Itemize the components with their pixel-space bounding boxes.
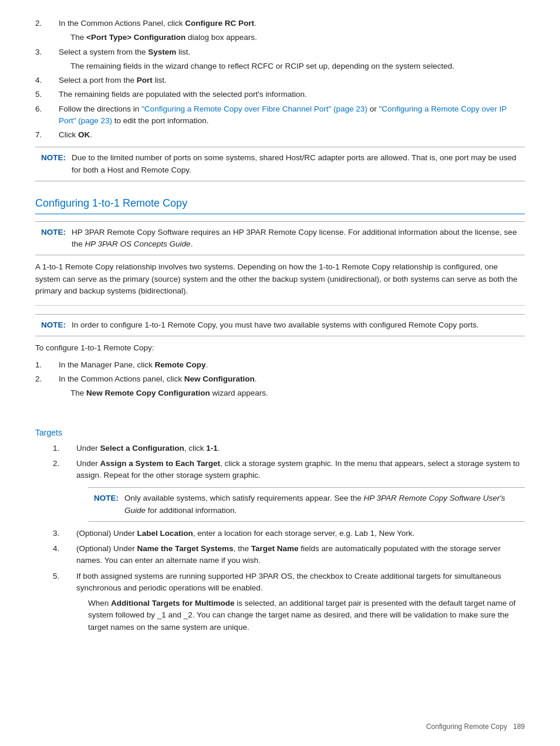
step-number: 2.	[35, 373, 53, 385]
step-text: Follow the directions in "Configuring a …	[59, 103, 525, 127]
step-text: When Additional Targets for Multimode is…	[88, 598, 525, 633]
target-step-2: 2. Under Assign a System to Each Target,…	[35, 458, 525, 482]
step-text: Under Assign a System to Each Target, cl…	[76, 458, 525, 482]
config-step-1: 1. In the Manager Pane, click Remote Cop…	[35, 359, 525, 371]
step-7: 7. Click OK.	[35, 129, 525, 141]
targets-subheading: Targets	[35, 427, 525, 439]
step-number: 2.	[35, 18, 53, 29]
step-text: If both assigned systems are running sup…	[76, 571, 525, 595]
step-text: The remaining fields in the wizard chang…	[70, 60, 454, 72]
target-step-1: 1. Under Select a Configuration, click 1…	[35, 443, 525, 454]
step-4: 4. Select a port from the Port list.	[35, 75, 525, 86]
step-2: 2. In the Common Actions Panel, click Co…	[35, 18, 525, 29]
step-3: 3. Select a system from the System list.	[35, 46, 525, 58]
target-step-4: 4. (Optional) Under Name the Target Syst…	[35, 543, 525, 567]
step-number: 7.	[35, 129, 53, 141]
note-ports: NOTE: Due to the limited number of ports…	[35, 147, 525, 181]
footer-text: Configuring Remote Copy 189	[426, 721, 525, 732]
step-number: 6.	[35, 103, 53, 127]
step-text: In the Common Actions Panel, click Confi…	[59, 18, 257, 29]
configure-intro: To configure 1-to-1 Remote Copy:	[35, 342, 525, 354]
note-text-4: Only available systems, which satisfy re…	[124, 492, 519, 517]
target-step-5: 5. If both assigned systems are running …	[35, 571, 525, 595]
note-text-2: HP 3PAR Remote Copy Software requires an…	[72, 227, 519, 251]
note-available-systems: NOTE: Only available systems, which sati…	[88, 487, 525, 522]
step-text: The <Port Type> Configuration dialog box…	[70, 32, 257, 43]
step-text: The remaining fields are populated with …	[59, 89, 307, 100]
link-fibre[interactable]: "Configuring a Remote Copy over Fibre Ch…	[141, 104, 367, 113]
note-two-systems: NOTE: In order to configure 1-to-1 Remot…	[35, 314, 525, 336]
step-text: In the Manager Pane, click Remote Copy.	[59, 359, 208, 371]
footer: Configuring Remote Copy 189	[0, 721, 560, 732]
divider-1	[35, 305, 525, 306]
step-number: 3.	[35, 46, 53, 58]
step-number: 5.	[53, 571, 70, 595]
config-step-2-sub: The New Remote Copy Configuration wizard…	[35, 387, 525, 399]
step-number: 1.	[35, 359, 53, 371]
target-step-2-note: NOTE: Only available systems, which sati…	[35, 487, 525, 522]
step-number: 5.	[35, 89, 53, 100]
step-text: Under Select a Configuration, click 1-1.	[76, 443, 220, 454]
step-5: 5. The remaining fields are populated wi…	[35, 89, 525, 100]
note-label-3: NOTE:	[41, 319, 66, 331]
target-step-3: 3. (Optional) Under Label Location, ente…	[35, 528, 525, 539]
step-text: Select a system from the System list.	[59, 46, 190, 58]
note-label: NOTE:	[41, 152, 66, 176]
step-text: Click OK.	[59, 129, 92, 141]
step-number: 4.	[53, 543, 70, 567]
config-step-2: 2. In the Common Actions panel, click Ne…	[35, 373, 525, 385]
step-6: 6. Follow the directions in "Configuring…	[35, 103, 525, 127]
step-text: Select a port from the Port list.	[59, 75, 167, 86]
step-3-sub: The remaining fields in the wizard chang…	[35, 60, 525, 72]
note-license: NOTE: HP 3PAR Remote Copy Software requi…	[35, 221, 525, 256]
note-text: Due to the limited number of ports on so…	[72, 152, 519, 176]
note-text-3: In order to configure 1-to-1 Remote Copy…	[72, 319, 479, 331]
step-text: The New Remote Copy Configuration wizard…	[70, 387, 268, 399]
note-label-4: NOTE:	[94, 492, 119, 517]
section-heading-configuring: Configuring 1-to-1 Remote Copy	[35, 195, 525, 214]
step-number: 4.	[35, 75, 53, 86]
note-label-2: NOTE:	[41, 227, 66, 251]
step-number: 2.	[53, 458, 70, 482]
step-text: (Optional) Under Label Location, enter a…	[76, 528, 414, 539]
paragraph-1to1: A 1-to-1 Remote Copy relationship involv…	[35, 261, 525, 297]
step-2-sub: The <Port Type> Configuration dialog box…	[35, 32, 525, 43]
step-number: 3.	[53, 528, 70, 539]
target-step-5-sub: When Additional Targets for Multimode is…	[35, 598, 525, 633]
step-text: (Optional) Under Name the Target Systems…	[76, 543, 525, 567]
step-text: In the Common Actions panel, click New C…	[59, 373, 257, 385]
step-number: 1.	[53, 443, 70, 454]
